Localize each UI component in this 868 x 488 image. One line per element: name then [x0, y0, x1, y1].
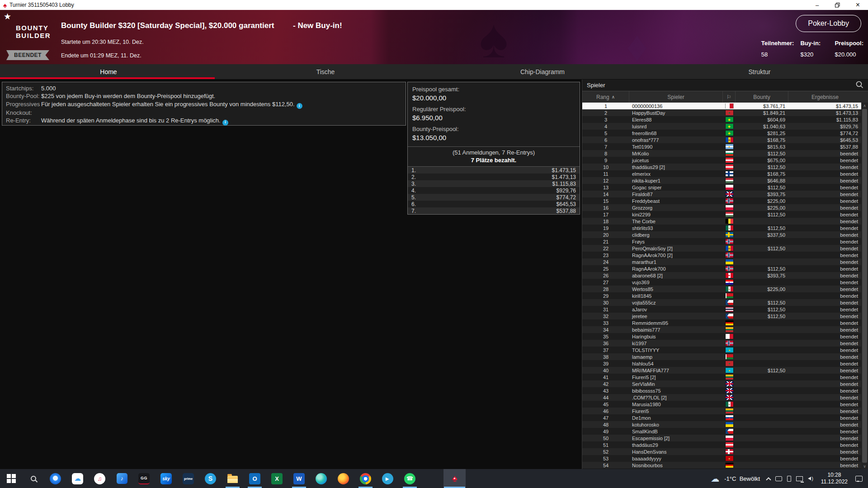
player-row[interactable]: 24mararthur1beendet	[582, 258, 868, 265]
column-header-rank[interactable]: Rang ∧	[582, 91, 629, 103]
tab-home[interactable]: Home	[0, 64, 217, 79]
close-button[interactable]: ×	[848, 0, 868, 10]
player-row[interactable]: 42SerVlaMinbeendet	[582, 380, 868, 387]
network-icon[interactable]	[796, 476, 803, 481]
player-row[interactable]: 49SmallKindBbeendet	[582, 428, 868, 435]
player-row[interactable]: 18The Corbebeendet	[582, 218, 868, 225]
player-row[interactable]: 3Eleres88◆$604,69$1.115,83	[582, 116, 868, 123]
player-row[interactable]: 44.COM??LOL [2]beendet	[582, 394, 868, 401]
taskbar-icloud-icon[interactable]: ☁	[66, 469, 89, 488]
player-row[interactable]: 38lamaempbeendet	[582, 353, 868, 360]
column-header-player[interactable]: Spieler	[629, 91, 723, 103]
player-row[interactable]: 15Freddybeast$225,00beendet	[582, 197, 868, 204]
players-scrollbar[interactable]: ∧ ∨	[861, 103, 868, 469]
player-row[interactable]: 33Remmidemmi95beendet	[582, 319, 868, 326]
player-row[interactable]: 9juicetus$675,00beendet	[582, 157, 868, 164]
info-icon[interactable]: i	[297, 103, 302, 109]
column-header-flag[interactable]: ⚐	[723, 91, 736, 103]
player-row[interactable]: 37TOLSTIYYY●beendet	[582, 347, 868, 353]
player-row[interactable]: 28Wertos85●$225,00beendet	[582, 286, 868, 292]
player-row[interactable]: 50Escapemissio [2]beendet	[582, 435, 868, 441]
player-row[interactable]: 32jeretee$112,50beendet	[582, 313, 868, 319]
taskbar-prime-video-icon[interactable]: prime	[177, 469, 199, 488]
restore-button[interactable]	[827, 0, 848, 10]
sync-device-icon[interactable]	[775, 476, 782, 481]
weather-text[interactable]: -1°C Bewölkt	[724, 475, 760, 482]
player-row[interactable]: 16Grozzorg$225,00beendet	[582, 204, 868, 211]
taskbar-firefox-icon[interactable]	[332, 469, 354, 488]
player-row[interactable]: 39hlahlou54★beendet	[582, 360, 868, 367]
taskbar-ggpoker-icon[interactable]: GG	[133, 469, 155, 488]
player-row[interactable]: 52HansDenSvansbeendet	[582, 448, 868, 455]
tab-tische[interactable]: Tische	[217, 64, 434, 79]
poker-lobby-button[interactable]: Poker-Lobby	[796, 15, 861, 32]
player-row[interactable]: 7Tet01990●$815,63$537,88	[582, 143, 868, 150]
player-row[interactable]: 17kini2299$112,50beendet	[582, 211, 868, 218]
player-row[interactable]: 53baaaaddyyyy●beendet	[582, 455, 868, 462]
column-header-bounty[interactable]: Bounty	[736, 91, 788, 103]
action-center-icon[interactable]	[855, 476, 863, 482]
search-icon[interactable]	[855, 80, 863, 90]
tab-chip-diagramm[interactable]: Chip-Diagramm	[434, 64, 651, 79]
chevron-up-icon[interactable]	[766, 477, 771, 482]
player-row[interactable]: 19shtirlits93●$112,50beendet	[582, 225, 868, 231]
taskbar-chrome-icon[interactable]	[354, 469, 377, 488]
player-row[interactable]: 12nikita-kuper1$646,88beendet	[582, 177, 868, 184]
taskbar-whatsapp-icon[interactable]: ☎	[399, 469, 421, 488]
player-row[interactable]: 2HappyBustDay★$1.849,21$1.473,13	[582, 109, 868, 116]
column-header-result[interactable]: Ergebnisse	[788, 91, 862, 103]
player-row[interactable]: 27vujo369▪beendet	[582, 279, 868, 286]
taskbar-edge-icon[interactable]: e	[310, 469, 332, 488]
player-row[interactable]: 20clidberg$337,50beendet	[582, 231, 868, 238]
taskbar-skype-icon[interactable]: S	[199, 469, 222, 488]
player-row[interactable]: 45Marusia1980●beendet	[582, 401, 868, 408]
player-row[interactable]: 47De1mon▪beendet	[582, 414, 868, 421]
player-row[interactable]: 100000000136$3.761,71$1.473,15	[582, 103, 868, 109]
player-row[interactable]: 11elmerixx$168,75beendet	[582, 170, 868, 177]
player-row[interactable]: 14Firaldo87$393,75beendet	[582, 191, 868, 197]
player-row[interactable]: 26abarone68 [2]★$393,75beendet	[582, 272, 868, 279]
player-row[interactable]: 22PeroQmaloSoy [2]◆$112,50beendet	[582, 245, 868, 252]
taskbar-outlook-icon[interactable]: O	[244, 469, 266, 488]
player-row[interactable]: 29kirill1845beendet	[582, 292, 868, 299]
player-row[interactable]: 31aJarov$112,50beendet	[582, 306, 868, 313]
weather-icon[interactable]: ☁	[711, 474, 719, 484]
taskbar-sky-icon[interactable]: sky	[155, 469, 177, 488]
info-icon[interactable]: i	[222, 120, 228, 126]
player-row[interactable]: 10thaddäus29 [2]$112,50beendet	[582, 164, 868, 170]
player-row[interactable]: 43bibibossss75beendet	[582, 387, 868, 394]
player-row[interactable]: 4luisnrd◆$1.040,63$929,76	[582, 123, 868, 130]
player-row[interactable]: 8MrKolio$112,50beendet	[582, 150, 868, 157]
taskbar-start-icon[interactable]	[0, 469, 22, 488]
player-row[interactable]: 30vojta555cz$112,50beendet	[582, 299, 868, 306]
scroll-up-icon[interactable]: ∧	[863, 103, 866, 108]
favorite-star-icon[interactable]: ★	[4, 11, 11, 22]
taskbar-search-icon[interactable]	[22, 469, 44, 488]
taskbar-media-app-icon[interactable]: ♪	[111, 469, 133, 488]
player-row[interactable]: 5freerollin68◆$281,25$774,72	[582, 130, 868, 136]
player-row[interactable]: 34bebaimis777beendet	[582, 326, 868, 333]
player-row[interactable]: 54Nosnibourbosbeendet	[582, 462, 868, 469]
clock[interactable]: 10:28 11.12.2022	[821, 472, 848, 485]
taskbar-telegram-icon[interactable]: ▶	[377, 469, 399, 488]
player-row[interactable]: 23RagnAArok700 [2]beendet	[582, 252, 868, 258]
player-row[interactable]: 35Haringbuisbeendet	[582, 333, 868, 340]
taskbar-word-icon[interactable]: W	[288, 469, 310, 488]
player-row[interactable]: 13Gogac sniper$112,50beendet	[582, 184, 868, 191]
scrollbar-thumb[interactable]	[862, 109, 867, 463]
player-row[interactable]: 40MR//MAFFIA777●$112,50beendet	[582, 367, 868, 374]
player-row[interactable]: 48kotuhoroskobeendet	[582, 421, 868, 428]
minimize-button[interactable]: –	[807, 0, 827, 10]
taskbar-pokerstars-icon[interactable]: ♠★	[443, 469, 466, 488]
player-row[interactable]: 36ki1997beendet	[582, 340, 868, 347]
taskbar-excel-icon[interactable]: X	[266, 469, 288, 488]
taskbar-file-explorer-icon[interactable]	[222, 469, 244, 488]
player-row[interactable]: 21Frøysbeendet	[582, 238, 868, 245]
usb-icon[interactable]	[787, 476, 791, 482]
player-row[interactable]: 41Fiureri5 [2]beendet	[582, 374, 868, 380]
taskbar-safari-icon[interactable]	[44, 469, 66, 488]
scroll-down-icon[interactable]: ∨	[863, 463, 866, 469]
tab-struktur[interactable]: Struktur	[651, 64, 868, 79]
taskbar-itunes-icon[interactable]: ♫	[89, 469, 111, 488]
player-row[interactable]: 51thaddäus29beendet	[582, 441, 868, 448]
